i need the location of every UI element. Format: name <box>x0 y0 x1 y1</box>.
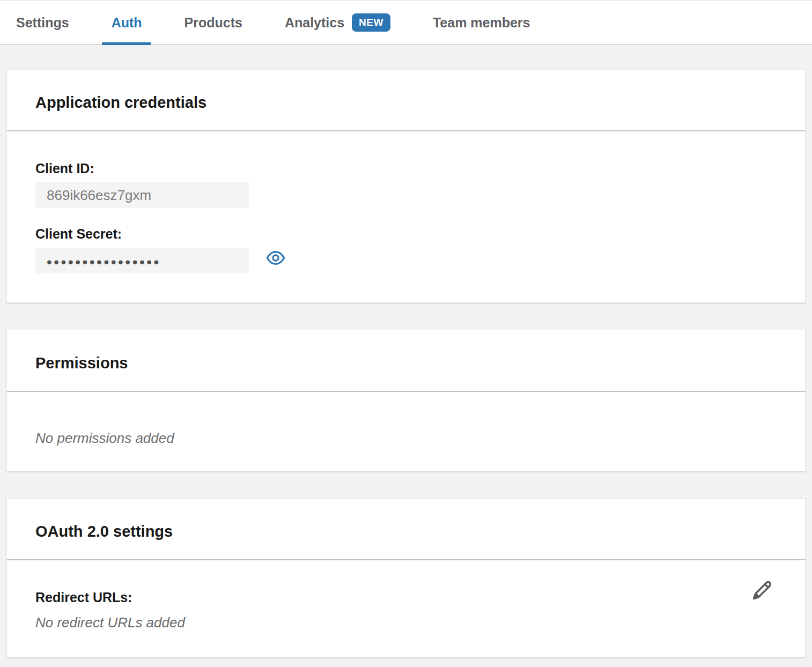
permissions-title: Permissions <box>35 354 777 372</box>
tab-team-members-label: Team members <box>433 15 530 31</box>
tab-auth[interactable]: Auth <box>112 1 142 44</box>
client-secret-field[interactable]: •••••••••••••••• <box>35 248 249 273</box>
client-secret-row: •••••••••••••••• <box>35 242 777 273</box>
auth-tab-content: Application credentials Client ID: 869ik… <box>0 45 812 657</box>
application-credentials-title: Application credentials <box>35 93 777 112</box>
oauth-settings-title: OAuth 2.0 settings <box>35 522 777 540</box>
eye-icon <box>266 249 285 266</box>
tab-bar: Settings Auth Products Analytics NEW Tea… <box>0 0 812 45</box>
client-id-label: Client ID: <box>35 160 777 176</box>
permissions-card: Permissions No permissions added <box>6 330 806 471</box>
tab-team-members[interactable]: Team members <box>433 1 530 44</box>
tab-auth-label: Auth <box>112 15 142 31</box>
oauth-settings-body: Redirect URLs: No redirect URLs added <box>7 559 805 657</box>
reveal-client-secret-button[interactable] <box>266 248 285 268</box>
oauth-settings-header: OAuth 2.0 settings <box>7 499 805 559</box>
application-credentials-header: Application credentials <box>7 70 805 130</box>
client-secret-label: Client Secret: <box>35 226 777 242</box>
client-secret-masked-value: •••••••••••••••• <box>47 251 161 270</box>
permissions-header: Permissions <box>7 330 805 391</box>
permissions-body: No permissions added <box>7 391 805 471</box>
edit-redirect-urls-button[interactable] <box>750 579 774 602</box>
tab-settings-label: Settings <box>16 15 69 31</box>
oauth-settings-card: OAuth 2.0 settings Redirect URLs: No red… <box>6 498 806 657</box>
tab-settings[interactable]: Settings <box>16 1 69 44</box>
application-credentials-body: Client ID: 869ik66esz7gxm Client Secret:… <box>7 130 805 302</box>
application-credentials-card: Application credentials Client ID: 869ik… <box>6 69 806 303</box>
tab-analytics-label: Analytics <box>285 15 344 31</box>
redirect-urls-label: Redirect URLs: <box>35 589 777 605</box>
client-id-field[interactable]: 869ik66esz7gxm <box>35 182 249 208</box>
new-badge: NEW <box>352 13 390 32</box>
pencil-icon <box>750 579 774 602</box>
redirect-urls-empty-state: No redirect URLs added <box>35 614 777 631</box>
tab-products-label: Products <box>184 15 242 31</box>
client-id-value: 869ik66esz7gxm <box>47 187 151 204</box>
tab-analytics[interactable]: Analytics NEW <box>285 1 390 44</box>
tab-products[interactable]: Products <box>184 1 242 44</box>
permissions-empty-state: No permissions added <box>35 429 777 447</box>
